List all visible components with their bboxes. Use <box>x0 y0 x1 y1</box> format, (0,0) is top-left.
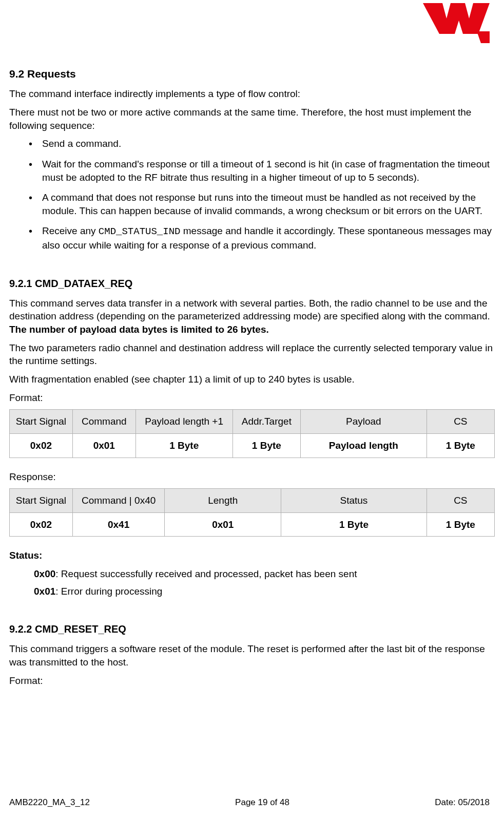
table-cell: 0x02 <box>10 433 73 458</box>
page-content: 9.2 Requests The command interface indir… <box>9 0 495 687</box>
subsection-heading: 9.2.2 CMD_RESET_REQ <box>9 622 495 636</box>
body-text: With fragmentation enabled (see chapter … <box>9 373 495 386</box>
table-header-cell: CS <box>427 410 494 434</box>
page-footer: AMB2220_MA_3_12 Page 19 of 48 Date: 05/2… <box>9 797 490 809</box>
table-cell: 0x02 <box>10 512 73 537</box>
table-header-cell: Start Signal <box>10 410 73 434</box>
list-item-text: Receive any <box>42 225 99 236</box>
status-block: Status: 0x00: Request successfully recei… <box>9 549 495 598</box>
footer-page-number: Page 19 of 48 <box>235 797 289 809</box>
status-text: : Request successfully received and proc… <box>55 568 357 579</box>
body-text: The command interface indirectly impleme… <box>9 87 495 101</box>
format-table: Start Signal Command Payload length +1 A… <box>9 409 495 458</box>
table-header-cell: Length <box>165 489 281 513</box>
status-item: 0x01: Error during processing <box>34 585 495 598</box>
table-row: Start Signal Command Payload length +1 A… <box>10 410 495 434</box>
table-cell: 1 Byte <box>281 512 427 537</box>
body-text: This command triggers a software reset o… <box>9 642 495 669</box>
table-cell: 0x41 <box>72 512 165 537</box>
list-item: Wait for the command's response or till … <box>29 158 495 184</box>
status-code: 0x00 <box>34 568 55 579</box>
table-cell: 0x01 <box>72 433 135 458</box>
body-text: There must not be two or more active com… <box>9 106 495 132</box>
body-text: The two parameters radio channel and des… <box>9 341 495 368</box>
table-cell: 0x01 <box>165 512 281 537</box>
subsection-heading: 9.2.1 CMD_DATAEX_REQ <box>9 277 495 291</box>
table-cell: Payload length <box>300 433 427 458</box>
bullet-list: Send a command. Wait for the command's r… <box>9 137 495 252</box>
table-header-cell: CS <box>427 489 494 513</box>
table-row: 0x02 0x41 0x01 1 Byte 1 Byte <box>10 512 495 537</box>
status-item: 0x00: Request successfully received and … <box>34 567 495 581</box>
footer-doc-id: AMB2220_MA_3_12 <box>9 797 90 809</box>
status-text: : Error during processing <box>55 586 162 597</box>
body-span: This command serves data transfer in a n… <box>9 298 490 322</box>
table-row: Start Signal Command | 0x40 Length Statu… <box>10 489 495 513</box>
brand-logo <box>423 3 490 47</box>
list-item: Send a command. <box>29 137 495 150</box>
table-header-cell: Command | 0x40 <box>72 489 165 513</box>
table-cell: 1 Byte <box>135 433 232 458</box>
body-span-bold: The number of payload data bytes is limi… <box>9 324 269 335</box>
list-item: A command that does not response but run… <box>29 191 495 217</box>
table-cell: 1 Byte <box>427 433 494 458</box>
table-header-cell: Start Signal <box>10 489 73 513</box>
table-header-cell: Command <box>72 410 135 434</box>
format-label: Format: <box>9 674 495 688</box>
table-cell: 1 Byte <box>232 433 300 458</box>
list-item: Receive any CMD_STATUS_IND message and h… <box>29 224 495 252</box>
status-code: 0x01 <box>34 586 55 597</box>
status-label: Status: <box>9 549 495 562</box>
table-row: 0x02 0x01 1 Byte 1 Byte Payload length 1… <box>10 433 495 458</box>
table-header-cell: Payload length +1 <box>135 410 232 434</box>
response-table: Start Signal Command | 0x40 Length Statu… <box>9 488 495 537</box>
response-label: Response: <box>9 470 495 484</box>
table-cell: 1 Byte <box>427 512 494 537</box>
section-heading: 9.2 Requests <box>9 67 495 81</box>
inline-code: CMD_STATUS_IND <box>99 226 181 237</box>
body-text: This command serves data transfer in a n… <box>9 297 495 336</box>
format-label: Format: <box>9 391 495 405</box>
table-header-cell: Addr.Target <box>232 410 300 434</box>
footer-date: Date: 05/2018 <box>435 797 490 809</box>
table-header-cell: Payload <box>300 410 427 434</box>
table-header-cell: Status <box>281 489 427 513</box>
